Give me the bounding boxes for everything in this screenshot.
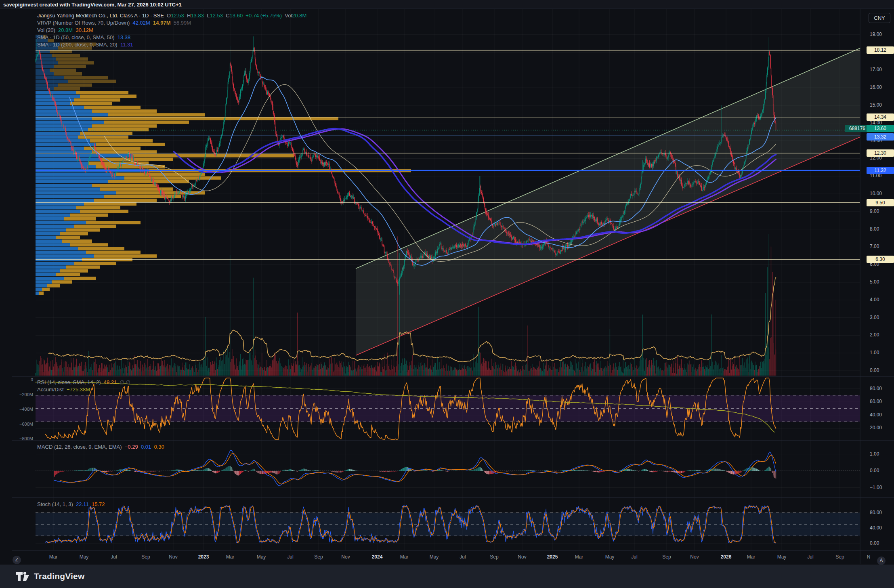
time-tick-label: Jul	[807, 554, 813, 560]
macd-tick-label: −1.00	[870, 485, 882, 490]
time-tick-label: 2023	[198, 554, 209, 560]
accdist-tick-label: −800M	[12, 436, 33, 441]
macd-line-value: 0.01	[141, 444, 151, 450]
price-tick-label: 5.00	[870, 279, 879, 285]
rsi-value: 49.21	[104, 379, 117, 385]
vrvp-label: VRVP (Number Of Rows, 70, Up/Down)	[37, 20, 130, 26]
sma200-legend-row[interactable]: SMA · 1D (200, close, 0, SMA, 20) 11.31	[37, 41, 306, 48]
price-tag-11-32[interactable]: 11.32	[867, 167, 894, 174]
accdist-value: −725.38M	[67, 386, 90, 393]
sma200-label: SMA · 1D (200, close, 0, SMA, 20)	[37, 42, 118, 48]
currency-button[interactable]: CNY	[869, 13, 890, 23]
price-tick-label: 7.00	[870, 244, 879, 249]
macd-tick-label: 1.00	[870, 451, 879, 457]
price-tick-label: 19.00	[870, 32, 882, 37]
stoch-k-value: 22.11	[76, 501, 89, 507]
accdist-tick-label: −200M	[12, 392, 33, 397]
volume-value: 20.8M	[292, 13, 306, 19]
time-tick-label: Sep	[662, 554, 671, 560]
price-tick-label: 1.00	[870, 350, 879, 355]
price-chart-canvas[interactable]	[0, 0, 894, 588]
time-tick-label: 2025	[547, 554, 558, 560]
time-tick-label: Mar	[747, 554, 755, 560]
volma-vol-value: 20.8M	[58, 27, 73, 33]
time-tick-label: Sep	[490, 554, 498, 560]
price-tick-label: 3.00	[870, 315, 879, 320]
time-tick-label: Nov	[690, 554, 699, 560]
time-tick-label: Sep	[835, 554, 844, 560]
price-tag-688176[interactable]: 688176	[845, 125, 870, 132]
accdist-tick-label: −400M	[12, 407, 33, 412]
tradingview-logo-text[interactable]: TradingView	[34, 571, 85, 581]
close-label: C	[226, 13, 229, 19]
vrvp-total-value: 56.99M	[174, 20, 191, 26]
time-tick-label: Jul	[287, 554, 293, 560]
macd-tick-label: 0.00	[870, 468, 879, 473]
time-tick-label: Mar	[226, 554, 235, 560]
rsi-hidden-values: ∅ ∅	[120, 379, 130, 385]
time-tick-label: Mar	[400, 554, 409, 560]
macd-signal-value: 0.30	[154, 444, 164, 450]
price-tick-label: 9.00	[870, 208, 879, 214]
open-value: 12.53	[171, 13, 184, 19]
macd-legend-row[interactable]: MACD (12, 26, close, 9, EMA, EMA) −0.29 …	[37, 443, 164, 451]
autoscale-button[interactable]: A	[877, 556, 886, 565]
time-tick-label: Mar	[49, 554, 58, 560]
main-legend: Jiangsu Yahong Meditech Co., Ltd. Class …	[37, 12, 306, 48]
price-tick-label: 4.00	[870, 297, 879, 302]
symbol-legend-row[interactable]: Jiangsu Yahong Meditech Co., Ltd. Class …	[37, 12, 306, 19]
price-tag-14-34[interactable]: 14.34	[867, 113, 894, 121]
price-tag-12-30[interactable]: 12.30	[867, 149, 894, 157]
time-tick-label: 2024	[372, 554, 383, 560]
time-tick-label: 2026	[721, 554, 732, 560]
sma200-value: 11.31	[120, 42, 133, 48]
price-tick-label: 0.00	[870, 368, 879, 373]
stoch-tick-label: 0.00	[870, 540, 879, 546]
accdist-legend-row[interactable]: Accum/Dist −725.38M	[37, 386, 130, 393]
macd-legend: MACD (12, 26, close, 9, EMA, EMA) −0.29 …	[37, 443, 164, 451]
symbol-title: Jiangsu Yahong Meditech Co., Ltd. Class …	[37, 13, 164, 19]
rsi-label: RSI (14, close, SMA, 14, 2)	[37, 379, 101, 385]
stoch-legend-row[interactable]: Stoch (14, 1, 3) 22.11 15.72	[37, 501, 105, 508]
price-tag-13-60[interactable]: 13.60	[867, 125, 894, 132]
price-tag-6-30[interactable]: 6.30	[867, 256, 894, 263]
tradingview-logo-icon[interactable]	[15, 569, 30, 583]
price-tag-9-50[interactable]: 9.50	[867, 199, 894, 206]
sma50-legend-row[interactable]: SMA · 1D (50, close, 0, SMA, 50) 13.38	[37, 34, 306, 41]
sma50-label: SMA · 1D (50, close, 0, SMA, 50)	[37, 34, 114, 40]
chart-stage[interactable]	[0, 0, 894, 588]
vrvp-legend-row[interactable]: VRVP (Number Of Rows, 70, Up/Down) 42.02…	[37, 19, 306, 27]
high-label: H	[187, 13, 191, 19]
time-tick-label: May	[80, 554, 89, 560]
time-tick-label: Sep	[141, 554, 150, 560]
time-tick-label: Nov	[169, 554, 177, 560]
change-value: +0.74 (+5.75%)	[246, 13, 282, 19]
time-tick-label: May	[777, 554, 787, 560]
time-tick-label: May	[257, 554, 266, 560]
price-tag-18-12[interactable]: 18.12	[867, 46, 894, 54]
price-tick-label: 17.00	[870, 67, 882, 72]
time-tick-label: Jul	[111, 554, 117, 560]
accdist-label: Accum/Dist	[37, 386, 64, 393]
rsi-tick-label: 40.00	[870, 412, 882, 418]
time-tick-label: Nov	[518, 554, 526, 560]
price-tick-label: 8.00	[870, 226, 879, 232]
tradingview-chart-window: savepiginvest created with TradingView.c…	[0, 0, 894, 588]
price-tag-13-32[interactable]: 13.32	[867, 133, 894, 141]
stoch-label: Stoch (14, 1, 3)	[37, 501, 73, 507]
high-value: 13.83	[191, 13, 204, 19]
price-tick-label: 2.00	[870, 332, 879, 338]
time-tick-label: May	[430, 554, 439, 560]
time-tick-label: Nov	[341, 554, 350, 560]
timezone-button[interactable]: Z	[13, 556, 21, 564]
rsi-tick-label: 20.00	[870, 425, 882, 430]
footer-bar: TradingView	[0, 565, 894, 588]
rsi-legend-row[interactable]: RSI (14, close, SMA, 14, 2) 49.21 ∅ ∅	[37, 379, 130, 386]
time-tick-label: N	[867, 554, 871, 560]
stoch-tick-label: 80.00	[870, 510, 882, 515]
price-tick-label: 10.00	[870, 191, 882, 196]
accdist-tick-label: 0	[12, 377, 33, 382]
time-tick-label: May	[605, 554, 615, 560]
volma-legend-row[interactable]: Vol (20) 20.8M 30.12M	[37, 27, 306, 34]
volume-label: Vol	[285, 13, 292, 19]
